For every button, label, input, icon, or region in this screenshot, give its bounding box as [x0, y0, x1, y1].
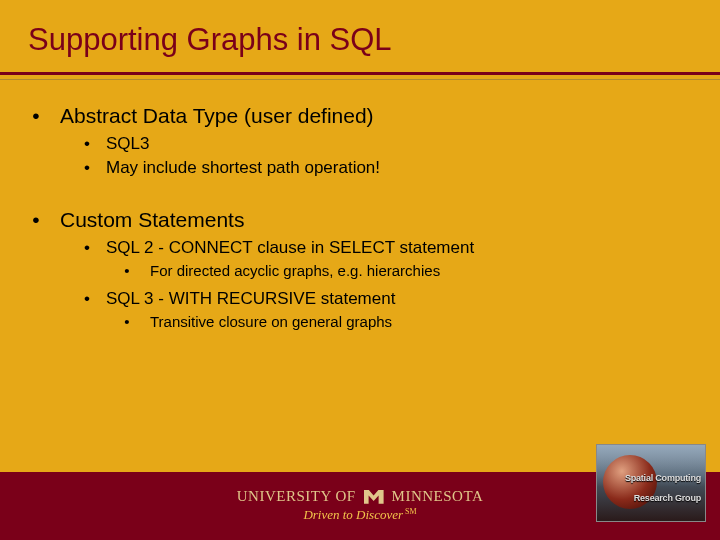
- research-group-badge: Spatial Computing Research Group: [596, 444, 706, 522]
- badge-line2: Research Group: [634, 493, 701, 503]
- slide: Supporting Graphs in SQL • Abstract Data…: [0, 0, 720, 540]
- badge-line1: Spatial Computing: [625, 473, 701, 483]
- tagline-text: Driven to Discover: [303, 508, 403, 523]
- bullet-icon: •: [82, 289, 92, 309]
- bullet-text: SQL 2 - CONNECT clause in SELECT stateme…: [106, 238, 474, 258]
- bullet-l2: • SQL3: [82, 134, 680, 154]
- bullet-l2: • SQL 2 - CONNECT clause in SELECT state…: [82, 238, 680, 258]
- title-rule: [0, 72, 720, 75]
- bullet-l3: • For directed acyclic graphs, e.g. hier…: [122, 262, 680, 279]
- title-block: Supporting Graphs in SQL: [0, 0, 720, 68]
- bullet-icon: •: [82, 134, 92, 154]
- content: • Abstract Data Type (user defined) • SQ…: [0, 80, 720, 330]
- bullet-l2: • SQL 3 - WITH RECURSIVE statement: [82, 289, 680, 309]
- org-wordmark: UNIVERSITY OF MINNESOTA: [237, 488, 484, 505]
- bullet-icon: •: [82, 238, 92, 258]
- tagline: Driven to DiscoverSM: [303, 507, 416, 523]
- org-name: MINNESOTA: [392, 488, 484, 505]
- org-prefix: UNIVERSITY OF: [237, 488, 356, 505]
- bullet-l3: • Transitive closure on general graphs: [122, 313, 680, 330]
- bullet-text: Abstract Data Type (user defined): [60, 104, 374, 128]
- bullet-icon: •: [122, 313, 132, 330]
- bullet-text: For directed acyclic graphs, e.g. hierar…: [150, 262, 440, 279]
- bullet-text: SQL 3 - WITH RECURSIVE statement: [106, 289, 395, 309]
- bullet-icon: •: [30, 208, 42, 232]
- bullet-text: Custom Statements: [60, 208, 244, 232]
- bullet-icon: •: [82, 158, 92, 178]
- block-m-icon: [364, 490, 384, 504]
- bullet-l1: • Abstract Data Type (user defined): [30, 104, 680, 128]
- bullet-l2: • May include shortest path operation!: [82, 158, 680, 178]
- bullet-text: May include shortest path operation!: [106, 158, 380, 178]
- bullet-icon: •: [122, 262, 132, 279]
- bullet-text: SQL3: [106, 134, 149, 154]
- bullet-icon: •: [30, 104, 42, 128]
- bullet-l1: • Custom Statements: [30, 208, 680, 232]
- slide-title: Supporting Graphs in SQL: [28, 22, 720, 58]
- tagline-mark: SM: [405, 507, 417, 516]
- bullet-text: Transitive closure on general graphs: [150, 313, 392, 330]
